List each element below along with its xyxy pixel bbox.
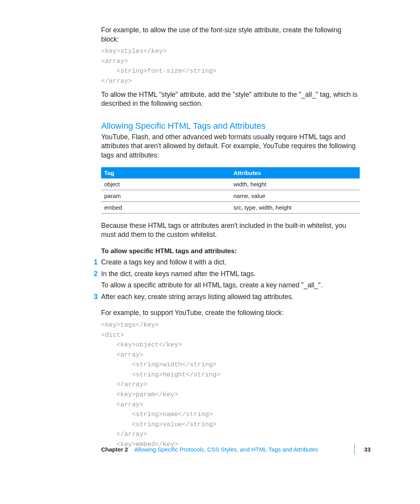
step-text: After each key, create string arrays lis… [101, 293, 294, 301]
table-header-attributes: Attributes [231, 167, 360, 178]
intro-paragraph-2: To allow the HTML "style" attribute, add… [101, 90, 360, 108]
page-number: 33 [364, 446, 371, 453]
step-1: 1 Create a tags key and follow it with a… [101, 258, 360, 267]
section-paragraph-1: YouTube, Flash, and other advanced web f… [101, 133, 360, 160]
table-cell: object [101, 178, 231, 190]
step-2: 2 In the dict, create keys named after t… [101, 270, 360, 290]
section-heading-allowing-tags: Allowing Specific HTML Tags and Attribut… [101, 121, 360, 131]
chapter-title: Allowing Specific Protocols, CSS Styles,… [134, 446, 345, 453]
step-text: For example, to support YouTube, create … [101, 308, 360, 318]
intro-paragraph-1: For example, to allow the use of the fon… [101, 26, 360, 44]
step-number: 3 [93, 292, 101, 318]
section-paragraph-2: Because these HTML tags or attributes ar… [101, 221, 360, 240]
step-text: To allow a specific attribute for all HT… [101, 281, 360, 290]
table-row: object width, height [101, 178, 360, 190]
step-text: In the dict, create keys named after the… [101, 270, 256, 278]
table-cell: name, value [231, 190, 360, 201]
chapter-label: Chapter 2 [101, 446, 128, 453]
steps-list: 1 Create a tags key and follow it with a… [101, 258, 360, 318]
step-3: 3 After each key, create string arrays l… [101, 292, 360, 318]
step-number: 2 [93, 270, 101, 290]
code-block-styles: <key>styles</key> <array> <string>font-s… [101, 46, 360, 86]
step-text: Create a tags key and follow it with a d… [101, 258, 360, 267]
footer-divider [354, 443, 355, 455]
table-row: embed src, type, width, height [101, 201, 360, 213]
sub-heading-to-allow: To allow specific HTML tags and attribut… [101, 247, 360, 255]
table-cell: param [101, 190, 231, 201]
table-cell: embed [101, 201, 231, 213]
table-cell: src, type, width, height [231, 201, 360, 213]
table-header-tag: Tag [101, 167, 231, 178]
step-number: 1 [93, 258, 101, 267]
code-block-tags: <key>tags</key> <dict> <key>object</key>… [101, 320, 360, 449]
page-footer: Chapter 2 Allowing Specific Protocols, C… [101, 443, 371, 455]
table-cell: width, height [231, 178, 360, 190]
table-row: param name, value [101, 190, 360, 201]
tag-attributes-table: Tag Attributes object width, height para… [101, 167, 360, 214]
